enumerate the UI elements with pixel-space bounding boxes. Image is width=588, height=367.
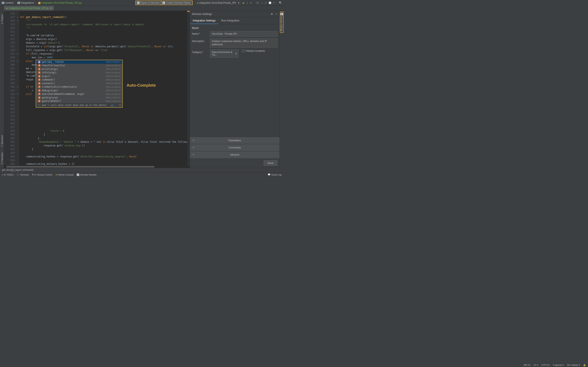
event-log[interactable]: 💬Event Log (268, 173, 282, 176)
editor-tab[interactable]: ● integration-VirusTotal-Private_API.py … (4, 6, 54, 11)
fetches-checkbox[interactable] (242, 50, 245, 52)
demisto-icon: D (137, 2, 139, 4)
plus-icon: + (193, 146, 194, 149)
fetches-label: Fetches Incidents (246, 50, 265, 52)
breadcrumb-label: content (5, 1, 13, 4)
breadcrumb-file[interactable]: ⬤ integration-VirusTotal-Private_API.py (38, 1, 81, 4)
line-gutter: 3263273283293303313323333343353363373383… (4, 11, 16, 168)
autocomplete-item[interactable]: pget(obj, field)demistomock (36, 60, 122, 64)
breadcrumb-folder[interactable]: Integrations (17, 1, 34, 4)
stop-icon[interactable]: ■ (250, 1, 251, 4)
tab-integration-settings[interactable]: Integration Settings (190, 17, 218, 24)
name-input[interactable]: VirusTotal - Private API (210, 31, 277, 36)
autocomplete-item[interactable]: fcredentials(credentials)demistomock (36, 85, 122, 89)
save-button[interactable]: Save (264, 160, 277, 166)
minimize-icon[interactable]: — (275, 13, 277, 16)
autocomplete-item[interactable]: fgetArg(arg)demistomock (36, 96, 122, 100)
folder-icon (2, 2, 4, 4)
folder-icon (17, 2, 20, 4)
annotation-label: Auto-Complete (127, 83, 156, 88)
demisto-settings-panel: Demisto Settings ⚙ — Integration Setting… (190, 11, 279, 168)
config-name: integration-VirusTotal-Private_API (199, 1, 236, 4)
parameters-accordion[interactable]: + Parameters (190, 137, 279, 144)
panel-title: Demisto Settings (192, 12, 212, 16)
tab-label: integration-VirusTotal-Private_API.py (9, 7, 49, 9)
plus-icon: + (193, 139, 194, 142)
python-console-tool[interactable]: ●Python Console (56, 174, 73, 176)
demisto-icon: D (77, 174, 79, 176)
button-label: Create Demisto Python (166, 1, 191, 4)
autocomplete-item[interactable]: fexecuteCommand(command, args)demistomoc… (36, 92, 122, 96)
plus-icon: + (193, 153, 194, 156)
commands-accordion[interactable]: + Commands (190, 144, 279, 151)
version-control-tool[interactable]: ⇅9: Version Control (32, 173, 52, 176)
error-stripe[interactable] (187, 11, 190, 168)
project-tool[interactable]: 1: Project (0, 13, 4, 25)
chevron-right-icon: 〉 (35, 1, 37, 4)
export-demisto-button[interactable]: D Export to Demisto (135, 1, 161, 5)
status-bar: ≡6: TODO ⬛Terminal ⇅9: Version Control ●… (0, 172, 284, 177)
breadcrumb-label: Integrations (21, 1, 34, 4)
advance-accordion[interactable]: + Advance (190, 151, 279, 158)
git-revert-icon[interactable]: ↶ (273, 1, 275, 4)
breadcrumb-label: integration-VirusTotal-Private_API.py (42, 1, 81, 4)
git-history-icon[interactable]: 🕓 (268, 1, 272, 4)
autocomplete-item[interactable]: fresults(results)demistomock (36, 64, 122, 67)
right-tool-strip: D Demisto Settings (279, 11, 284, 168)
autocomplete-item[interactable]: ferror(args)demistomock (36, 67, 122, 71)
category-label: Category * (192, 50, 208, 54)
horizontal-scrollbar[interactable] (6, 166, 155, 167)
autocomplete-item[interactable]: fcontext()demistomock (36, 82, 122, 85)
editor[interactable]: 3263273283293303313323333343353363373383… (4, 11, 190, 168)
chevron-right-icon: 〉 (14, 1, 17, 4)
category-select[interactable]: Data Enrichment & Thr... (210, 50, 238, 58)
tab-run-integration[interactable]: Run Integration (218, 17, 242, 24)
git-label: Git: (256, 1, 259, 4)
favorites-tool[interactable]: 2: Favorites (0, 151, 4, 166)
autocomplete-popup: pget(obj, field)demistomockfresults(resu… (36, 60, 123, 108)
python-icon: ⬤ (38, 1, 41, 4)
name-label: Name * (192, 31, 208, 35)
accordion-label: Commands (228, 146, 241, 149)
section-basic: Basic (192, 26, 277, 30)
debug-icon[interactable]: ⌖ (247, 1, 248, 4)
autocomplete-item[interactable]: finfo(args)demistomock (36, 71, 122, 75)
left-tool-strip: 1: Project 7: Structure 2: Favorites (0, 11, 4, 168)
create-demisto-button[interactable]: D Create Demisto Python (161, 1, 193, 5)
toolbar-buttons: D Export to Demisto D Create Demisto Pyt… (135, 1, 282, 5)
run-icon[interactable]: ▶ (243, 1, 245, 4)
autocomplete-item[interactable]: fargs()demistomock (36, 75, 122, 78)
description-input[interactable]: Analyze suspicious hashes, URLs, domains… (210, 39, 277, 48)
tool-label: Demisto Settings (281, 16, 283, 32)
button-label: Export to Demisto (140, 1, 160, 4)
autocomplete-item[interactable]: fgetFilePath()demistomock (36, 100, 122, 103)
demisto-icon: D (163, 2, 165, 4)
navigation-bar: content 〉 Integrations 〉 ⬤ integration-V… (0, 0, 284, 6)
close-icon[interactable]: ✕ (50, 7, 52, 9)
structure-tool[interactable]: 7: Structure (0, 133, 4, 149)
fold-gutter: ⊟⊟⊟⊟⊟⊟⊟⊟⊟ (16, 11, 19, 168)
search-icon[interactable]: 🔍 (279, 1, 282, 4)
python-icon: ● (197, 1, 199, 4)
accordion-label: Advance (230, 153, 240, 156)
editor-tabs: ● integration-VirusTotal-Private_API.py … (0, 6, 284, 11)
autocomplete-item[interactable]: fcommand()demistomock (36, 78, 122, 82)
demisto-results-tool[interactable]: DDemisto Results (77, 174, 96, 176)
gear-icon[interactable]: ⚙ (271, 13, 273, 16)
breadcrumbs: content 〉 Integrations 〉 ⬤ integration-V… (2, 1, 135, 4)
git-update-icon[interactable]: ↙ (261, 1, 263, 4)
breadcrumb-root[interactable]: content (2, 1, 13, 4)
run-config-select[interactable]: ● integration-VirusTotal-Private_API (196, 1, 240, 5)
description-label: Description (192, 39, 208, 43)
git-commit-icon[interactable]: ✔ (265, 1, 267, 4)
demisto-icon: D (281, 13, 283, 15)
demisto-settings-tool[interactable]: D Demisto Settings (280, 12, 284, 33)
accordion-label: Parameters (228, 139, 241, 142)
navigation-breadcrumb[interactable]: get_domain_report_command() (0, 168, 284, 172)
autocomplete-item[interactable]: fdebug(args)demistomock (36, 89, 122, 92)
python-icon: ● (6, 7, 8, 9)
